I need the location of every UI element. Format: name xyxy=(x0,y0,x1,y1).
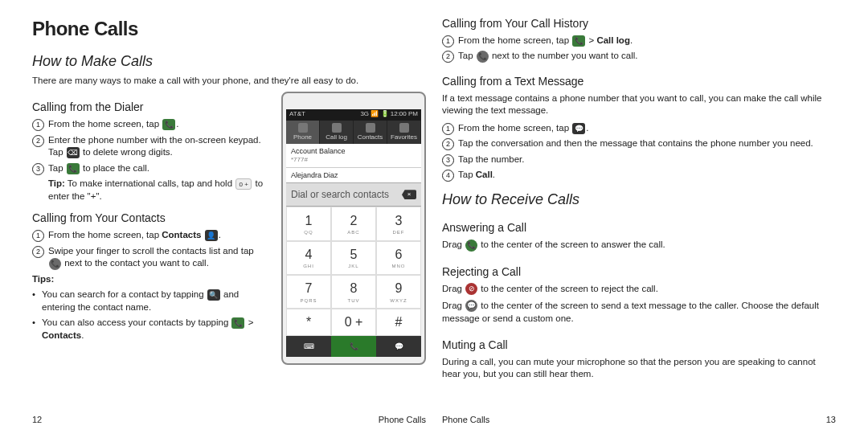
key-7: 7PQRS xyxy=(286,275,331,309)
page-left: Phone Calls How to Make Calls There are … xyxy=(24,16,434,426)
heading-contacts: Calling from Your Contacts xyxy=(32,211,268,226)
left-text-column: Calling from the Dialer From the home sc… xyxy=(32,92,268,365)
footer-text: Phone Calls xyxy=(442,414,489,426)
section-make-calls: How to Make Calls xyxy=(32,51,426,71)
key-star: * xyxy=(286,309,331,336)
tab-contacts: Contacts xyxy=(354,121,387,144)
textmsg-step-4: Tap Call. xyxy=(442,169,836,182)
section-receive-calls: How to Receive Calls xyxy=(442,190,836,209)
dialer-step-1: From the home screen, tap 📞. xyxy=(32,118,268,131)
contacts-step-2: Swipe your finger to scroll the contacts… xyxy=(32,245,268,270)
left-columns: Calling from the Dialer From the home sc… xyxy=(32,92,426,365)
textmsg-steps: From the home screen, tap 💬. Tap the con… xyxy=(442,122,836,185)
textmsg-intro: If a text message contains a phone numbe… xyxy=(442,92,836,117)
phone-icon: 📞 xyxy=(572,35,585,47)
page-number: 13 xyxy=(826,414,836,426)
tab-phone: Phone xyxy=(286,121,320,144)
sms-icon: 💬 xyxy=(376,336,421,357)
call-contact-icon: 📞 xyxy=(49,258,61,270)
answer-text: Drag 📞 to the center of the screen to an… xyxy=(442,239,836,252)
phone-bottom-bar: ⌨ 📞 💬 xyxy=(286,336,421,357)
key-0: 0 + xyxy=(331,309,376,336)
sms-icon: 💬 xyxy=(572,123,585,134)
key-hash: # xyxy=(376,309,421,336)
contacts-steps: From the home screen, tap Contacts 👤. Sw… xyxy=(32,229,268,270)
heading-history: Calling from Your Call History xyxy=(442,16,836,31)
dialer-step-2: Enter the phone number with the on-scree… xyxy=(32,134,268,159)
heading-answer: Answering a Call xyxy=(442,220,836,235)
mute-text: During a call, you can mute your microph… xyxy=(442,356,836,381)
call-icon: 📞 xyxy=(67,163,80,174)
textmsg-step-2: Tap the conversation and then the messag… xyxy=(442,137,836,150)
heading-text-message: Calling from a Text Message xyxy=(442,74,836,89)
history-step-1: From the home screen, tap 📞 > Call log. xyxy=(442,35,836,47)
reject-icon: ⊘ xyxy=(465,283,477,295)
page-number: 12 xyxy=(32,414,42,426)
call-icon: 📞 xyxy=(477,51,489,63)
contacts-step-1: From the home screen, tap Contacts 👤. xyxy=(32,229,268,242)
heading-reject: Rejecting a Call xyxy=(442,264,836,280)
reject-sms-icon: 💬 xyxy=(465,300,477,312)
history-step-2: Tap 📞 next to the number you want to cal… xyxy=(442,50,836,63)
heading-mute: Muting a Call xyxy=(442,338,836,353)
dialer-steps: From the home screen, tap 📞. Enter the p… xyxy=(32,118,268,174)
textmsg-step-1: From the home screen, tap 💬. xyxy=(442,122,836,135)
contacts-icon: 👤 xyxy=(205,230,218,241)
keyboard-icon: ⌨ xyxy=(286,336,331,357)
phone-icon: 📞 xyxy=(162,119,175,130)
contacts-tips: You can search for a contact by tapping … xyxy=(32,289,268,342)
tab-call-log: Call log xyxy=(320,121,354,144)
reject-text-2: Drag 💬 to the center of the screen to se… xyxy=(442,300,836,325)
contacts-tip-1: You can search for a contact by tapping … xyxy=(32,289,268,313)
dialer-step-3: Tap 📞 to place the call. xyxy=(32,162,268,175)
textmsg-step-3: Tap the number. xyxy=(442,154,836,166)
page-title: Phone Calls xyxy=(32,16,426,42)
page-right: Calling from Your Call History From the … xyxy=(434,16,844,426)
backspace-icon: ⌫ xyxy=(67,147,80,158)
intro-text: There are many ways to make a call with … xyxy=(32,75,426,88)
tips-label: Tips: xyxy=(32,273,268,286)
zero-key-icon: 0 + xyxy=(235,178,252,190)
footer-text: Phone Calls xyxy=(379,414,426,426)
backspace-icon: × xyxy=(402,190,416,199)
contact-row: Alejandra Diaz xyxy=(286,168,421,182)
dial-search: Dial or search contacts × xyxy=(286,182,421,207)
reject-text-1: Drag ⊘ to the center of the screen to re… xyxy=(442,283,836,296)
key-9: 9WXYZ xyxy=(376,275,421,309)
keypad: 1QQ 2ABC 3DEF 4GHI 5JKL 6MNO 7PQRS 8TUV … xyxy=(286,207,421,336)
answer-icon: 📞 xyxy=(465,240,477,252)
phone-screenshot: AT&T 3G 📶 🔋 12:00 PM Phone Call log Cont… xyxy=(281,92,426,365)
key-3: 3DEF xyxy=(376,207,421,240)
phone-frame: AT&T 3G 📶 🔋 12:00 PM Phone Call log Cont… xyxy=(281,92,426,365)
account-row: Account Balance *777# xyxy=(286,144,421,168)
key-4: 4GHI xyxy=(286,241,331,275)
key-8: 8TUV xyxy=(331,275,376,309)
phone-icon: 📞 xyxy=(231,317,244,329)
contacts-tip-2: You can also access your contacts by tap… xyxy=(32,317,268,342)
key-1: 1QQ xyxy=(286,207,331,240)
history-steps: From the home screen, tap 📞 > Call log. … xyxy=(442,35,836,66)
phone-tabs: Phone Call log Contacts Favorites xyxy=(286,121,421,144)
search-icon: 🔍 xyxy=(207,289,220,301)
key-2: 2ABC xyxy=(331,207,376,240)
dialer-tip: Tip: To make international calls, tap an… xyxy=(48,178,268,203)
status-bar: AT&T 3G 📶 🔋 12:00 PM xyxy=(286,109,421,121)
footer-right: Phone Calls 13 xyxy=(442,414,836,426)
footer-left: 12 Phone Calls xyxy=(32,414,426,426)
key-6: 6MNO xyxy=(376,241,421,275)
key-5: 5JKL xyxy=(331,241,376,275)
tab-favorites: Favorites xyxy=(387,121,421,144)
heading-dialer: Calling from the Dialer xyxy=(32,100,268,115)
call-button-icon: 📞 xyxy=(331,336,376,357)
